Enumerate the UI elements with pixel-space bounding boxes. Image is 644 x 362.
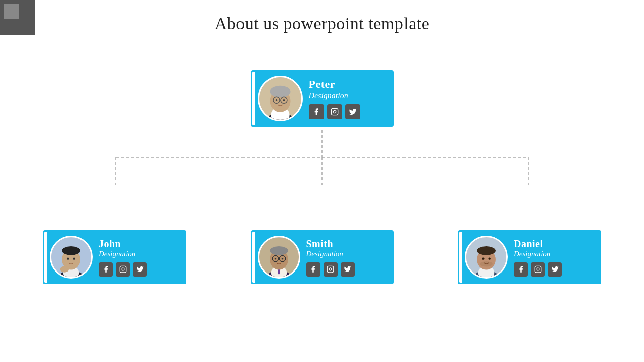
svg-point-9 [275, 99, 277, 101]
smith-social-icons [306, 262, 355, 277]
svg-point-35 [270, 246, 288, 255]
john-instagram-btn[interactable] [116, 262, 130, 277]
smith-card: Smith Designation [251, 230, 394, 284]
daniel-facebook-btn[interactable] [514, 262, 528, 277]
svg-point-49 [477, 246, 496, 255]
daniel-instagram-btn[interactable] [531, 262, 545, 277]
daniel-avatar [465, 236, 508, 279]
john-twitter-btn[interactable] [133, 262, 147, 277]
svg-point-26 [73, 257, 75, 259]
connector-lines [0, 130, 644, 230]
smith-name: Smith [306, 238, 334, 250]
bottom-nodes-row: John Designation [43, 230, 601, 284]
svg-point-40 [274, 257, 276, 259]
page-title: About us powerpoint template [0, 0, 644, 33]
top-card-info: Peter Designation [303, 78, 386, 119]
john-card: John Designation [43, 230, 186, 284]
svg-rect-42 [327, 266, 334, 273]
svg-point-52 [488, 257, 490, 259]
john-card-info: John Designation [93, 238, 179, 277]
top-person-designation: Designation [309, 91, 348, 100]
daniel-designation: Designation [514, 250, 550, 258]
svg-rect-27 [120, 266, 126, 273]
top-person-card: Peter Designation [251, 70, 394, 127]
top-twitter-btn[interactable] [345, 104, 360, 119]
top-avatar [258, 76, 303, 121]
org-chart: Peter Designation [0, 50, 644, 362]
john-designation: Designation [99, 250, 135, 258]
daniel-twitter-btn[interactable] [548, 262, 562, 277]
top-node-wrapper: Peter Designation [0, 70, 644, 127]
svg-rect-53 [535, 266, 541, 273]
deco-square-small [4, 4, 19, 19]
smith-avatar [258, 236, 300, 279]
top-facebook-btn[interactable] [309, 104, 324, 119]
daniel-social-icons [514, 262, 562, 277]
john-facebook-btn[interactable] [99, 262, 113, 277]
top-person-name: Peter [309, 78, 336, 91]
daniel-card: Daniel Designation [458, 230, 601, 284]
smith-card-info: Smith Designation [300, 238, 386, 277]
svg-point-24 [60, 266, 69, 272]
svg-point-5 [270, 86, 290, 97]
svg-rect-11 [331, 108, 338, 115]
top-social-icons [309, 104, 360, 119]
daniel-name: Daniel [514, 238, 543, 250]
top-instagram-btn[interactable] [327, 104, 342, 119]
john-avatar [50, 236, 93, 279]
svg-point-51 [482, 257, 484, 259]
svg-point-10 [283, 99, 285, 101]
smith-twitter-btn[interactable] [341, 262, 355, 277]
smith-designation: Designation [306, 250, 343, 258]
smith-instagram-btn[interactable] [324, 262, 338, 277]
svg-point-25 [67, 257, 69, 259]
daniel-card-info: Daniel Designation [508, 238, 594, 277]
smith-facebook-btn[interactable] [306, 262, 320, 277]
john-social-icons [99, 262, 147, 277]
svg-point-23 [62, 246, 80, 255]
john-name: John [99, 238, 121, 250]
svg-point-41 [281, 257, 283, 259]
